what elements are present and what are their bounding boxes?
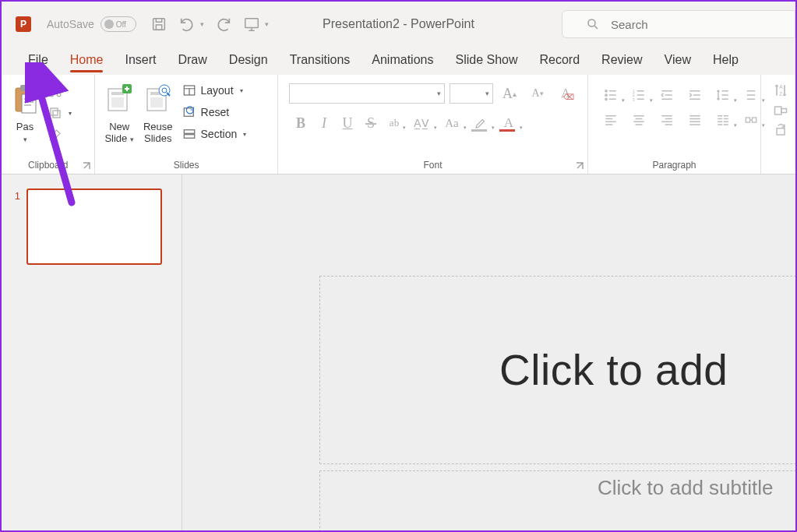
clear-formatting-button[interactable]: A⌫: [554, 83, 577, 104]
thumbnail-row: 1: [11, 188, 172, 265]
align-center-button[interactable]: [626, 109, 652, 131]
tab-slideshow[interactable]: Slide Show: [444, 47, 528, 75]
tab-animations[interactable]: Animations: [361, 47, 444, 75]
font-color-button[interactable]: A ▾: [495, 112, 523, 134]
underline-button[interactable]: U: [336, 112, 359, 134]
reset-label: Reset: [201, 106, 230, 118]
tab-view[interactable]: View: [654, 47, 702, 75]
svg-rect-35: [781, 109, 787, 113]
align-right-button[interactable]: [654, 109, 680, 131]
slideshow-dropdown-icon[interactable]: ▾: [265, 20, 269, 28]
tab-file[interactable]: File: [17, 47, 59, 75]
italic-button[interactable]: I: [312, 112, 336, 134]
font-family-combo[interactable]: ▾: [289, 83, 445, 104]
tab-home[interactable]: Home: [59, 47, 115, 75]
tab-help[interactable]: Help: [702, 47, 749, 75]
section-button[interactable]: Section▾: [179, 125, 250, 143]
shadow-button[interactable]: ab▾: [383, 112, 406, 134]
bullets-icon: [603, 88, 619, 102]
undo-icon[interactable]: [178, 16, 196, 33]
strikethrough-button[interactable]: S: [359, 112, 383, 134]
tab-record[interactable]: Record: [529, 47, 591, 75]
copy-button[interactable]: ▾: [45, 104, 75, 122]
decrease-indent-button[interactable]: [654, 84, 680, 106]
slide-thumbnail-1[interactable]: [26, 188, 162, 265]
reuse-slides-button[interactable]: Reuse Slides: [140, 79, 176, 146]
line-spacing-button[interactable]: ▾: [710, 84, 736, 106]
svg-rect-10: [51, 108, 58, 115]
highlight-button[interactable]: ▾: [467, 112, 495, 134]
group-paragraph: ▾ 123▾ ▾ ▾ ▾ ▾ Paragraph: [588, 75, 761, 174]
svg-rect-0: [153, 19, 164, 30]
group-slides: New Slide ▾ Reuse Slides: [95, 75, 278, 174]
font-launcher-icon[interactable]: [575, 161, 586, 172]
columns-icon: [715, 113, 731, 127]
group-slides-label: Slides: [101, 157, 271, 172]
outdent-icon: [659, 88, 675, 102]
svg-rect-12: [111, 92, 124, 95]
layout-button[interactable]: Layout▾: [179, 81, 250, 100]
numbering-icon: 123: [631, 88, 647, 102]
thumbnail-pane[interactable]: 1: [2, 174, 182, 530]
cut-button[interactable]: [45, 82, 75, 100]
rotate-icon: [772, 123, 789, 139]
svg-rect-30: [746, 118, 749, 122]
svg-rect-21: [184, 108, 193, 117]
line-spacing-icon: [715, 88, 731, 102]
font-size-combo[interactable]: ▾: [450, 83, 493, 104]
numbering-button[interactable]: 123▾: [626, 84, 652, 106]
rotate-button[interactable]: [772, 123, 789, 139]
smartart-icon: [743, 113, 759, 127]
increase-indent-button[interactable]: [682, 84, 708, 106]
text-direction-button[interactable]: ▾: [738, 84, 764, 106]
align-left-button[interactable]: [598, 109, 624, 131]
columns-button[interactable]: ▾: [710, 109, 736, 131]
group-arrange: AZ: [761, 75, 795, 174]
sort-button[interactable]: AZ: [772, 83, 789, 98]
section-icon: [182, 127, 196, 141]
svg-rect-17: [150, 97, 163, 107]
toggle-state: Off: [116, 20, 126, 29]
save-icon[interactable]: [150, 16, 168, 33]
char-spacing-button[interactable]: A̲V̲▾: [406, 112, 437, 134]
search-box[interactable]: [562, 10, 795, 38]
slideshow-start-icon[interactable]: [243, 16, 260, 33]
subtitle-placeholder[interactable]: Click to add subtitle: [319, 470, 795, 530]
svg-text:Z: Z: [779, 91, 782, 97]
undo-dropdown-icon[interactable]: ▾: [200, 20, 204, 28]
toggle-switch[interactable]: Off: [101, 16, 136, 32]
svg-text:A: A: [779, 84, 783, 90]
paste-button[interactable]: Pas▾: [8, 79, 42, 146]
svg-text:3: 3: [633, 97, 635, 102]
justify-button[interactable]: [682, 109, 708, 131]
title-placeholder[interactable]: Click to add: [319, 276, 795, 464]
decrease-font-button[interactable]: A▾: [526, 83, 549, 104]
bold-button[interactable]: B: [289, 112, 312, 134]
clipboard-icon: [11, 83, 39, 116]
format-painter-button[interactable]: [45, 125, 75, 144]
title-placeholder-text: Click to add: [499, 345, 728, 395]
svg-rect-2: [245, 19, 258, 28]
tab-review[interactable]: Review: [591, 47, 653, 75]
new-slide-button[interactable]: New Slide ▾: [101, 79, 137, 146]
reset-button[interactable]: Reset: [179, 103, 250, 122]
tab-transitions[interactable]: Transitions: [279, 47, 361, 75]
align-objects-button[interactable]: [772, 103, 789, 118]
tab-design[interactable]: Design: [218, 47, 279, 75]
autosave-label: AutoSave: [47, 18, 94, 30]
smartart-button[interactable]: ▾: [738, 109, 764, 131]
svg-rect-34: [775, 107, 781, 115]
slide-canvas[interactable]: Click to add Click to add subtitle: [182, 174, 795, 530]
svg-point-26: [605, 98, 607, 100]
tab-draw[interactable]: Draw: [167, 47, 217, 75]
svg-rect-9: [53, 111, 60, 118]
change-case-button[interactable]: Aa▾: [437, 112, 467, 134]
redo-icon[interactable]: [215, 16, 232, 33]
autosave-toggle[interactable]: AutoSave Off: [47, 16, 136, 32]
sort-icon: AZ: [772, 83, 789, 98]
bullets-button[interactable]: ▾: [598, 84, 624, 106]
increase-font-button[interactable]: A▴: [498, 83, 521, 104]
tab-insert[interactable]: Insert: [114, 47, 167, 75]
search-input[interactable]: [611, 18, 767, 31]
clipboard-launcher-icon[interactable]: [82, 161, 93, 172]
